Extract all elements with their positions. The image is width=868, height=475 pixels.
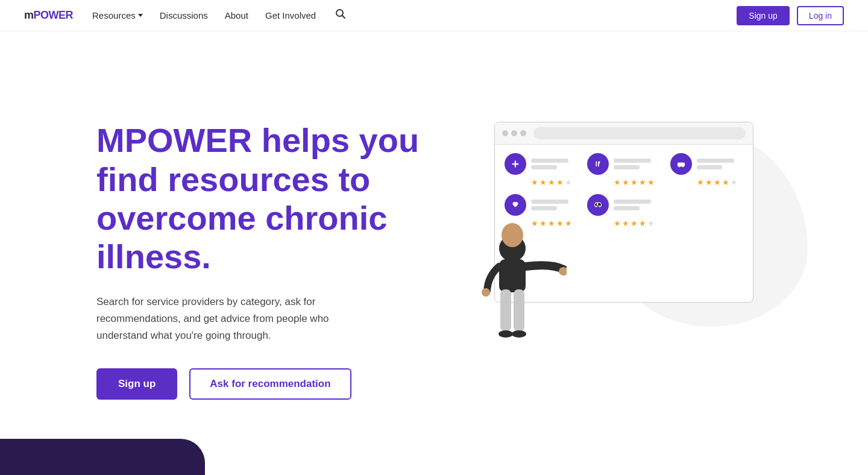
service-stars: ★ ★ ★ ★ ★ xyxy=(614,219,660,228)
discussions-nav-item[interactable]: Discussions xyxy=(160,10,208,20)
service-card-header xyxy=(670,153,743,175)
service-lines xyxy=(614,200,660,210)
search-icon[interactable] xyxy=(333,6,348,25)
service-line xyxy=(614,159,651,163)
food-icon xyxy=(587,153,609,175)
svg-rect-15 xyxy=(499,259,526,292)
svg-rect-6 xyxy=(678,163,684,166)
navbar: mPOWER Resources Discussions About Get I… xyxy=(0,0,868,31)
hero-subtitle: Search for service providers by category… xyxy=(96,294,374,344)
get-involved-nav-item[interactable]: Get Involved xyxy=(265,10,316,20)
hero-recommend-button[interactable]: Ask for recommendation xyxy=(189,368,351,400)
navbar-right: Sign up Log in xyxy=(737,6,844,25)
svg-point-12 xyxy=(599,206,600,207)
browser-dot-3 xyxy=(520,130,526,136)
nav-signup-button[interactable]: Sign up xyxy=(737,6,789,25)
svg-point-20 xyxy=(498,330,513,338)
service-card-header xyxy=(587,194,660,216)
svg-point-21 xyxy=(512,330,526,338)
resources-label: Resources xyxy=(92,10,136,20)
svg-point-17 xyxy=(482,288,490,297)
browser-dots xyxy=(502,130,526,136)
svg-line-1 xyxy=(342,16,345,19)
nav-login-button[interactable]: Log in xyxy=(797,6,844,25)
service-lines xyxy=(697,159,743,169)
chevron-down-icon xyxy=(138,14,143,17)
svg-point-8 xyxy=(682,166,684,167)
hero-section: MPOWER helps you find resources to overc… xyxy=(0,31,868,453)
svg-point-7 xyxy=(678,166,679,167)
hero-buttons: Sign up Ask for recommendation xyxy=(96,368,434,400)
service-line xyxy=(697,159,734,163)
logo: mPOWER xyxy=(24,9,73,22)
transport-icon xyxy=(670,153,692,175)
service-card-emergency: ★ ★ ★ ★ ★ xyxy=(587,194,660,228)
ambulance-icon xyxy=(587,194,609,216)
service-line xyxy=(697,165,723,169)
hero-title: MPOWER helps you find resources to overc… xyxy=(96,121,434,277)
svg-rect-19 xyxy=(514,289,524,332)
svg-point-3 xyxy=(593,159,603,169)
service-line xyxy=(531,159,568,163)
service-lines xyxy=(614,159,660,169)
hero-content: MPOWER helps you find resources to overc… xyxy=(96,121,434,400)
browser-search-bar xyxy=(533,127,746,139)
svg-rect-18 xyxy=(500,289,511,332)
person-illustration xyxy=(458,170,567,399)
nav-links: Resources Discussions About Get Involved xyxy=(92,6,348,25)
resources-nav-item[interactable]: Resources xyxy=(92,10,143,20)
svg-point-14 xyxy=(502,223,523,247)
hero-illustration: ★ ★ ★ ★ ★ xyxy=(458,122,772,399)
about-nav-item[interactable]: About xyxy=(225,10,248,20)
browser-bar xyxy=(495,122,753,145)
service-line xyxy=(614,165,640,169)
service-lines xyxy=(531,159,577,169)
browser-dot-1 xyxy=(502,130,508,136)
service-line xyxy=(531,165,557,169)
service-card-food: ★ ★ ★ ★ ★ xyxy=(587,153,660,187)
bottom-decoration xyxy=(0,439,205,475)
browser-dot-2 xyxy=(511,130,517,136)
service-stars: ★ ★ ★ ★ ★ xyxy=(697,178,743,187)
service-stars: ★ ★ ★ ★ ★ xyxy=(614,178,660,187)
service-card-transport: ★ ★ ★ ★ ★ xyxy=(670,153,743,187)
service-card-header xyxy=(587,153,660,175)
navbar-left: mPOWER Resources Discussions About Get I… xyxy=(24,6,348,25)
service-line xyxy=(614,206,640,210)
service-line xyxy=(614,200,651,204)
hero-signup-button[interactable]: Sign up xyxy=(96,368,177,400)
svg-point-11 xyxy=(596,206,597,207)
